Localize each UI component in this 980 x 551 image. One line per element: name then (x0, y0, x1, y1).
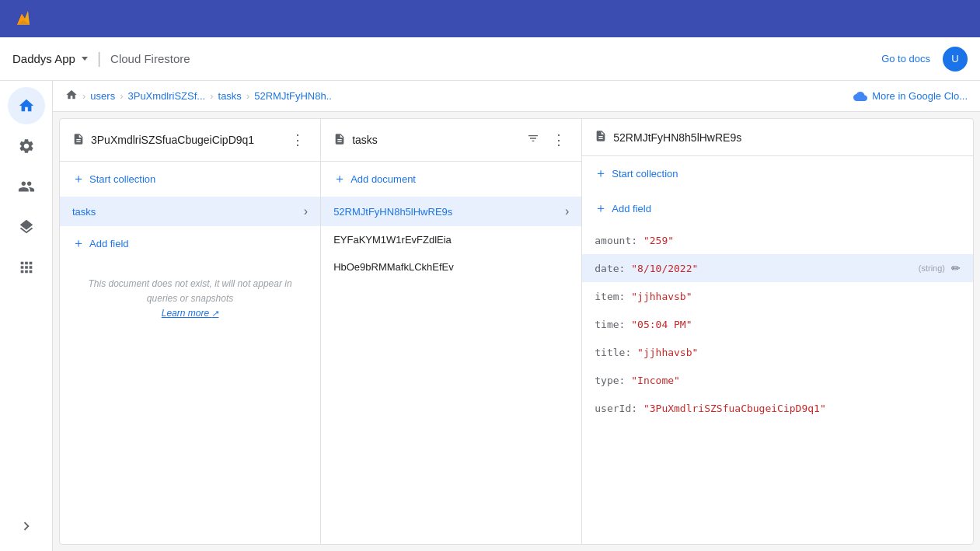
google-cloud-text: More in Google Clo... (872, 90, 968, 102)
cloud-icon (853, 89, 867, 103)
header-right: Go to docs U (881, 47, 968, 71)
breadcrumb-tasks[interactable]: tasks (218, 90, 242, 102)
header-left: Daddys App | Cloud Firestore (12, 50, 190, 68)
app-name-text: Daddys App (12, 52, 75, 65)
breadcrumb-sep-1: › (82, 90, 85, 102)
field-amount-key: amount: (595, 235, 643, 246)
breadcrumb-taskid[interactable]: 52RMJtFyHN8h.. (254, 90, 332, 102)
app-dropdown-icon (82, 57, 88, 61)
top-bar (0, 0, 980, 37)
sidebar-item-people[interactable] (8, 168, 45, 205)
panel-3-add-field-label: Add field (612, 203, 651, 214)
doc-item-2[interactable]: EYFaKYM1W1rEvFZdlEia (321, 226, 581, 253)
field-date-value: "8/10/2022" (631, 263, 698, 274)
panel-2-body: ＋ Add document 52RMJtFyHN8h5lHwRE9s › EY… (321, 162, 581, 544)
more-in-google-cloud[interactable]: More in Google Clo... (853, 89, 968, 103)
field-type: type: "Income" (582, 366, 973, 394)
field-item: item: "jjhhavsb" (582, 282, 973, 310)
doc-item-1-label: 52RMJtFyHN8h5lHwRE9s (333, 206, 452, 218)
chevron-right-icon: › (304, 204, 308, 218)
panel-2-menu-btn[interactable]: ⋮ (549, 128, 569, 152)
sidebar-item-apps[interactable] (8, 249, 45, 286)
doc-item-2-label: EYFaKYM1W1rEvFZdlEia (333, 234, 452, 246)
app-name[interactable]: Daddys App (12, 52, 88, 65)
edit-field-icon[interactable]: ✏ (951, 262, 961, 274)
start-collection-btn[interactable]: ＋ Start collection (60, 162, 168, 197)
user-avatar[interactable]: U (943, 47, 968, 71)
firestore-panels: 3PuXmdlriSZSfuaCbugeiCipD9q1 ⋮ ＋ Start c… (59, 118, 974, 545)
field-type-key: type: (595, 375, 631, 386)
field-time-key: time: (595, 319, 631, 330)
field-amount-value: "259" (643, 235, 674, 246)
breadcrumb-sep-2: › (120, 90, 123, 102)
sidebar-item-home[interactable] (8, 87, 45, 124)
doc-1-chevron-icon: › (565, 204, 569, 218)
breadcrumb-docid[interactable]: 3PuXmdlriSZSf... (127, 90, 205, 102)
field-type-content: type: "Income" (595, 375, 680, 386)
field-title-value: "jjhhavsb" (637, 347, 698, 358)
main-content: › users › 3PuXmdlriSZSf... › tasks › 52R… (53, 81, 980, 551)
add-field-label: Add field (89, 238, 129, 249)
learn-more-link[interactable]: Learn more ↗ (162, 308, 219, 319)
panel-1-title: 3PuXmdlriSZSfuaCbugeiCipD9q1 (91, 134, 281, 146)
field-time: time: "05:04 PM" (582, 310, 973, 338)
field-date-key: date: (595, 263, 631, 274)
doc-note: This document does not exist, it will no… (60, 261, 320, 337)
p3-plus-icon: ＋ (595, 166, 607, 182)
sidebar-expand[interactable] (8, 507, 45, 545)
panel-2-filter-btn[interactable] (524, 129, 542, 152)
go-to-docs-link[interactable]: Go to docs (881, 53, 930, 65)
breadcrumb-home-icon[interactable] (65, 89, 78, 103)
add-field-plus-icon: ＋ (72, 235, 85, 252)
panel-3-body: ＋ Start collection ＋ Add field amount: "… (582, 156, 973, 544)
add-doc-plus-icon: ＋ (333, 171, 346, 187)
external-link-icon: ↗ (211, 309, 218, 318)
product-name: Cloud Firestore (110, 52, 190, 65)
field-amount-content: amount: "259" (595, 235, 674, 246)
firebase-logo (12, 8, 34, 30)
panel-1-menu-btn[interactable]: ⋮ (288, 128, 308, 152)
settings-icon (18, 138, 35, 155)
panel-2: tasks ⋮ ＋ Add document 52RMJtFyHN8h5lH (321, 119, 582, 544)
add-document-btn[interactable]: ＋ Add document (321, 162, 428, 197)
sidebar (0, 81, 53, 551)
header-divider: | (97, 50, 101, 68)
field-date-content: date: "8/10/2022" (595, 263, 698, 274)
breadcrumb-left: › users › 3PuXmdlriSZSf... › tasks › 52R… (65, 89, 332, 103)
sidebar-item-layers[interactable] (8, 208, 45, 246)
doc-note-text: This document does not exist, it will no… (89, 278, 292, 304)
field-title-content: title: "jjhhavsb" (595, 347, 698, 358)
p3-field-plus-icon: ＋ (595, 201, 607, 217)
people-icon (18, 178, 35, 195)
sidebar-item-settings[interactable] (8, 127, 45, 165)
field-userid: userId: "3PuXmdlriSZSfuaCbugeiCipD9q1" (582, 394, 973, 422)
panel-2-doc-icon (333, 133, 346, 148)
panel-3-add-field-btn[interactable]: ＋ Add field (582, 191, 664, 226)
breadcrumb-sep-4: › (246, 90, 249, 102)
field-userid-value: "3PuXmdlriSZSfuaCbugeiCipD9q1" (643, 403, 826, 414)
doc-item-3[interactable]: HbOe9bRMMafkLCkhEfEv (321, 253, 581, 281)
panel-3: 52RMJtFyHN8h5lHwRE9s ＋ Start collection … (582, 119, 973, 544)
header-bar: Daddys App | Cloud Firestore Go to docs … (0, 37, 980, 81)
panel-3-start-collection-btn[interactable]: ＋ Start collection (582, 156, 690, 191)
add-document-label: Add document (350, 173, 416, 185)
panel-2-title: tasks (352, 134, 518, 146)
panel-1-header: 3PuXmdlriSZSfuaCbugeiCipD9q1 ⋮ (60, 119, 320, 162)
panel-1-actions: ⋮ (288, 128, 308, 152)
apps-icon (18, 259, 35, 276)
field-title: title: "jjhhavsb" (582, 338, 973, 366)
field-time-content: time: "05:04 PM" (595, 319, 692, 330)
panel-3-doc-icon (595, 130, 607, 145)
learn-more-label: Learn more (162, 308, 209, 319)
panel-1-body: ＋ Start collection tasks › ＋ Add field T… (60, 162, 320, 544)
panel-2-header: tasks ⋮ (321, 119, 581, 162)
panel-3-title: 52RMJtFyHN8h5lHwRE9s (613, 131, 961, 144)
breadcrumb-users[interactable]: users (90, 90, 115, 102)
collection-item-tasks[interactable]: tasks › (60, 197, 320, 226)
doc-item-1[interactable]: 52RMJtFyHN8h5lHwRE9s › (321, 197, 581, 226)
doc-item-3-label: HbOe9bRMMafkLCkhEfEv (333, 261, 454, 273)
panel-2-actions: ⋮ (524, 128, 569, 152)
panel-1-add-field-btn[interactable]: ＋ Add field (60, 226, 141, 261)
plus-icon: ＋ (72, 171, 85, 187)
field-item-value: "jjhhavsb" (631, 291, 692, 302)
